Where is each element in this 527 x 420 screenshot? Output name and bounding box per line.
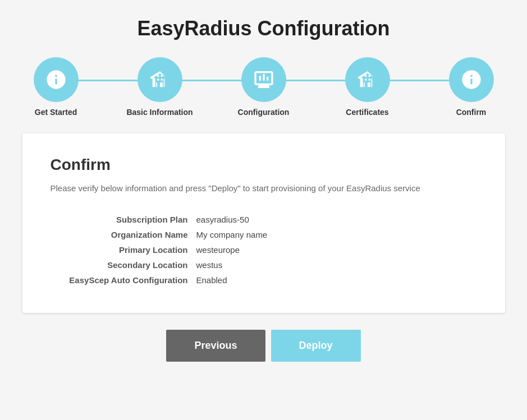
info-label-2: Primary Location (51, 245, 196, 255)
info-value-2: westeurope (196, 245, 240, 255)
step-label-configuration: Configuration (238, 108, 290, 117)
info-row: EasyScep Auto ConfigurationEnabled (51, 275, 477, 285)
svg-rect-8 (368, 75, 370, 77)
info-value-0: easyradius-50 (196, 215, 249, 224)
info-icon-confirm (460, 68, 483, 91)
card-description: Please verify below information and pres… (51, 182, 477, 195)
svg-rect-5 (263, 74, 264, 81)
info-value-1: My company name (196, 230, 268, 239)
svg-rect-3 (161, 79, 162, 80)
info-label-3: Secondary Location (51, 260, 196, 270)
step-label-certificates: Certificates (346, 108, 388, 117)
step-label-get-started: Get Started (35, 108, 77, 117)
stepper: Get Started Basic Information Configurat… (22, 57, 505, 117)
svg-rect-9 (365, 79, 366, 80)
step-circle-confirm (449, 57, 494, 102)
info-row: Organization NameMy company name (51, 230, 477, 239)
step-circle-configuration (241, 57, 286, 102)
building-icon-1 (149, 68, 171, 91)
step-confirm: Confirm (438, 57, 505, 117)
svg-rect-6 (267, 77, 268, 81)
step-circle-certificates (345, 57, 390, 102)
page-title: EasyRadius Configuration (137, 17, 389, 40)
info-icon (45, 68, 67, 91)
previous-button[interactable]: Previous (166, 330, 265, 362)
info-value-4: Enabled (196, 275, 227, 285)
svg-rect-1 (161, 75, 162, 77)
step-label-confirm: Confirm (456, 108, 487, 117)
info-fields: Subscription Planeasyradius-50Organizati… (51, 215, 477, 285)
svg-rect-2 (157, 79, 159, 80)
deploy-button[interactable]: Deploy (271, 330, 361, 362)
building-icon-2 (356, 68, 379, 91)
button-row: Previous Deploy (166, 330, 360, 362)
step-basic-information: Basic Information (126, 57, 194, 117)
step-certificates: Certificates (334, 57, 401, 117)
monitor-icon (253, 68, 275, 91)
info-value-3: westus (196, 260, 223, 270)
svg-rect-4 (259, 76, 260, 80)
svg-rect-0 (157, 75, 159, 77)
confirm-card: Confirm Please verify below information … (22, 133, 505, 313)
info-label-0: Subscription Plan (51, 215, 196, 224)
info-row: Secondary Locationwestus (51, 260, 477, 270)
step-circle-get-started (34, 57, 79, 102)
info-label-1: Organization Name (51, 230, 196, 239)
info-label-4: EasyScep Auto Configuration (51, 275, 196, 285)
step-get-started: Get Started (22, 57, 90, 117)
svg-rect-10 (368, 79, 370, 80)
card-title: Confirm (51, 156, 477, 174)
step-configuration: Configuration (230, 57, 297, 117)
step-label-basic-information: Basic Information (126, 108, 193, 117)
svg-rect-7 (365, 75, 366, 77)
info-row: Primary Locationwesteurope (51, 245, 477, 255)
info-row: Subscription Planeasyradius-50 (51, 215, 477, 224)
step-circle-basic-information (138, 57, 182, 102)
